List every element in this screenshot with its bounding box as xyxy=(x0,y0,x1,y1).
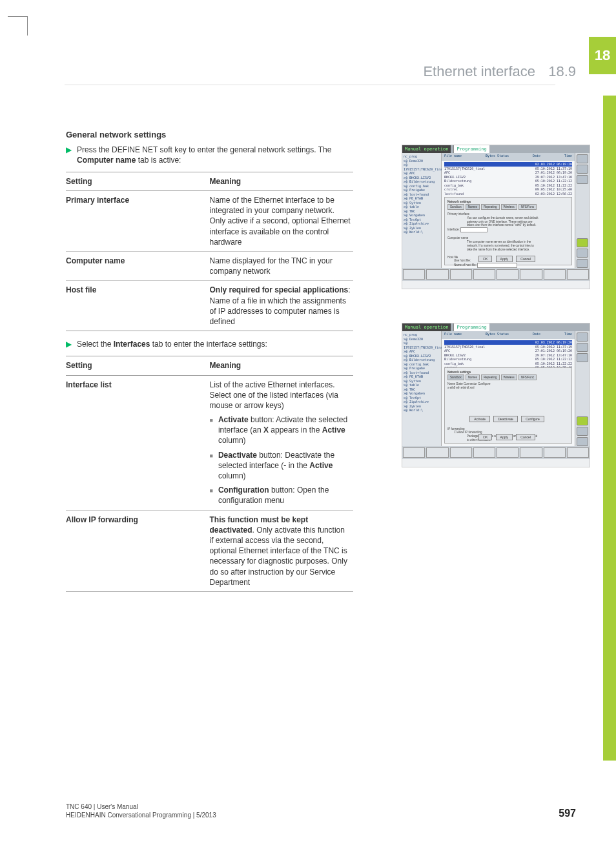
crop-mark xyxy=(27,16,28,36)
step-item: ▶ Press the DEFINE NET soft key to enter… xyxy=(66,145,353,165)
col-meaning: Meaning xyxy=(210,172,354,190)
mode-programming: Programming xyxy=(453,323,489,331)
tab: Repeating xyxy=(481,204,500,210)
footer-left: TNC 640 | User's Manual HEIDENHAIN Conve… xyxy=(66,803,216,819)
ok-button: OK xyxy=(478,434,492,440)
tree-item: =@ World:\ xyxy=(404,408,440,413)
col: Date xyxy=(533,332,540,338)
text: Configuration xyxy=(218,486,269,495)
sidebar-icon xyxy=(577,259,588,268)
sidebar-icon xyxy=(577,437,588,446)
label: IP forwarding xyxy=(447,427,464,431)
softkey xyxy=(426,269,448,280)
file-list: 02.03.2012 06:19:20 17915157|TNC620_fina… xyxy=(442,161,575,197)
text: Activate xyxy=(218,415,249,424)
tab: Sandbox xyxy=(447,374,464,380)
footer: TNC 640 | User's Manual HEIDENHAIN Conve… xyxy=(66,803,576,819)
iface-row: x eth0 eth ethintf.xml xyxy=(447,386,569,390)
cell-meaning: Name displayed for the TNC in your compa… xyxy=(210,252,354,281)
input xyxy=(477,263,517,268)
col: Time xyxy=(564,332,572,338)
text: Press the DEFINE NET soft key to enter t… xyxy=(77,145,331,154)
cell-setting: Host file xyxy=(66,281,210,331)
cell-meaning: Name of the Ethernet interface to be int… xyxy=(210,191,354,252)
cell-setting: Primary interface xyxy=(66,191,210,252)
settings-table-1: Setting Meaning Primary interface Name o… xyxy=(66,172,353,331)
deactivate-button: Deactivate xyxy=(493,416,518,422)
apply-button: Apply xyxy=(496,434,513,440)
tree-item: >@ 17915157|TNC620_final xyxy=(404,341,440,349)
ss-body: nc_prog >@ Demo320 >@ 17915157|TNC620_fi… xyxy=(402,153,590,268)
cancel-button: Cancel xyxy=(516,256,535,262)
list-item: Configuration button: Open the configura… xyxy=(210,485,351,506)
col: Time xyxy=(564,154,572,160)
sidebar-icon xyxy=(577,353,588,362)
softkey xyxy=(520,447,542,458)
file-list-header: File name Bytes Status Date Time xyxy=(442,331,575,339)
footer-line2: HEIDENHAIN Conversational Programming | … xyxy=(66,811,216,819)
text: You can configure the domain name, serve… xyxy=(467,216,540,228)
header-rule xyxy=(65,85,555,85)
softkey xyxy=(544,447,566,458)
softkey xyxy=(567,447,589,458)
table-row: Allow IP forwarding This function must b… xyxy=(66,510,353,591)
input xyxy=(460,227,488,232)
softkey xyxy=(450,447,472,458)
softkey xyxy=(473,269,495,280)
crop-mark xyxy=(8,16,27,17)
section-heading: General network settings xyxy=(66,129,353,141)
cancel-button: Cancel xyxy=(516,434,535,440)
activate-button: Activate xyxy=(469,416,490,422)
mode-manual: Manual operation xyxy=(402,145,451,153)
softkey xyxy=(544,269,566,280)
sidebar-icon xyxy=(577,238,588,247)
tree-item: >@ Bildersetzung xyxy=(404,358,440,362)
text: Active xyxy=(309,461,333,470)
screenshot-network-interfaces: Manual operation Programming nc_prog >@ … xyxy=(402,323,590,467)
text: X xyxy=(263,425,269,435)
content-column: General network settings ▶ Press the DEF… xyxy=(66,129,353,600)
text: appears in the xyxy=(269,425,322,435)
text: Interfaces xyxy=(114,340,150,349)
tab: Names xyxy=(466,204,480,210)
tree-item: >@ 17915157|TNC620_final xyxy=(404,163,440,171)
header-section-number: 18.9 xyxy=(548,63,576,79)
text: column) xyxy=(218,471,246,480)
file-tree: nc_prog >@ Demo320 >@ 17915157|TNC620_fi… xyxy=(402,153,442,268)
screenshot-network-names: Manual operation Programming nc_prog >@ … xyxy=(402,145,590,289)
chapter-tab: 18 xyxy=(589,37,616,74)
ss-titlebar: Manual operation Programming xyxy=(402,145,590,153)
apply-button: Apply xyxy=(496,256,513,262)
sidebar-icon xyxy=(577,416,588,425)
cell-setting: Interface list xyxy=(66,375,210,510)
list-item: Activate button: Activate the selected i… xyxy=(210,414,351,446)
col: Bytes Status xyxy=(486,154,509,160)
step-item: ▶ Select the Interfaces tab to enter the… xyxy=(66,339,353,349)
text: column) xyxy=(218,436,246,445)
step-text: Press the DEFINE NET soft key to enter t… xyxy=(77,145,353,165)
text: Only required for special applications xyxy=(210,285,349,294)
tab: NFS/Func xyxy=(518,204,537,210)
label: Primary interface xyxy=(447,212,469,216)
col-meaning: Meaning xyxy=(210,356,354,375)
mode-manual: Manual operation xyxy=(402,323,451,331)
tab: Wireless xyxy=(501,204,517,210)
label: Interface: xyxy=(447,228,460,231)
cell-meaning: List of the active Ethernet interfaces. … xyxy=(210,375,354,510)
step-text: Select the Interfaces tab to enter the i… xyxy=(77,339,353,349)
text: . Only activate this function if externa… xyxy=(210,526,347,587)
net-settings-panel: Network settings Sandbox Names Repeating… xyxy=(444,197,572,265)
tab: Sandbox xyxy=(447,204,464,210)
softkey xyxy=(497,447,518,458)
sidebar-icon xyxy=(577,343,588,352)
tab: Wireless xyxy=(501,374,517,380)
text: The computer name serves as identificati… xyxy=(467,240,540,252)
sidebar-icon xyxy=(577,249,588,258)
right-icon-bar xyxy=(575,153,590,268)
softkey xyxy=(520,269,542,280)
text: Select the xyxy=(77,340,114,349)
col: Date xyxy=(533,154,540,160)
file-tree: nc_prog >@ Demo320 >@ 17915157|TNC620_fi… xyxy=(402,331,442,446)
side-stripe xyxy=(603,96,616,761)
softkey xyxy=(497,269,518,280)
